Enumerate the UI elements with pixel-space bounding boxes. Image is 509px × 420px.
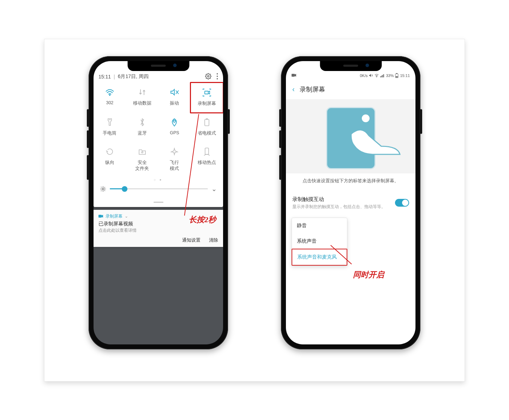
notif-subtitle: 点击此处以查看详情 [98, 227, 218, 233]
tile-label: GPS [160, 130, 190, 135]
notif-title: 已录制屏幕视频 [98, 221, 218, 227]
tile-label: 振动 [160, 100, 190, 106]
status-time: 15:11 [98, 74, 111, 79]
tile-label: 蓝牙 [127, 130, 157, 136]
tile-label: 省电模式 [192, 130, 222, 136]
more-icon[interactable] [216, 73, 218, 81]
setting-touch-interaction[interactable]: 录制触摸互动 显示并录制您的触摸互动，包括点击、拖动等等。 [286, 192, 415, 214]
svg-rect-12 [292, 74, 295, 77]
svg-rect-20 [396, 73, 397, 74]
quick-settings-panel: 15:11 | 6月17日, 周四 [94, 61, 223, 207]
battery-icon [395, 73, 399, 78]
tutorial-canvas: 15:11 | 6月17日, 周四 [44, 39, 465, 381]
notification-card[interactable]: 录制屏幕 ⌄ 已录制屏幕视频 点击此处以查看详情 通知设置 清除 [94, 210, 223, 247]
toggle-switch[interactable] [395, 199, 409, 207]
page-indicator: ○ ● [94, 177, 223, 183]
gear-icon[interactable] [205, 73, 211, 81]
svg-rect-16 [382, 75, 383, 77]
tile-label: 手电筒 [95, 130, 125, 136]
tile-wifi[interactable]: 302 [94, 83, 126, 113]
tile-gps[interactable]: GPS [158, 113, 191, 142]
tile-label: 302 [95, 100, 125, 105]
annotation-right: 同时开启 [353, 270, 384, 280]
tile-label: 飞行 模式 [160, 160, 190, 172]
status-battery-pct: 33% [386, 73, 394, 78]
status-bar: 0K/s 33% 15:11 [286, 72, 415, 79]
illustration [286, 99, 415, 173]
tile-label: 纵向 [95, 160, 125, 166]
popup-option-system[interactable]: 系统声音 [292, 233, 347, 249]
svg-rect-15 [381, 76, 382, 77]
popup-option-system-mic[interactable]: 系统声音和麦克风 [292, 249, 347, 266]
brightness-icon [100, 186, 106, 192]
tile-label: 移动热点 [192, 160, 222, 166]
tile-record-screen[interactable]: 录制屏幕 [190, 82, 223, 113]
status-clock: 15:11 [400, 73, 410, 78]
wifi-icon [375, 74, 379, 77]
tile-secure-folder[interactable]: 安全 文件夹 [126, 142, 158, 177]
svg-point-4 [109, 94, 110, 95]
svg-rect-7 [205, 119, 209, 126]
tile-vibrate[interactable]: 振动 [158, 83, 191, 113]
notif-clear-button[interactable]: 清除 [209, 237, 218, 243]
svg-point-2 [217, 76, 218, 77]
svg-rect-9 [205, 148, 209, 154]
drag-handle[interactable] [94, 198, 223, 207]
tile-flashlight[interactable]: 手电筒 [94, 113, 126, 142]
setting-title: 录制触摸互动 [292, 196, 385, 203]
svg-point-1 [217, 73, 218, 74]
svg-rect-11 [98, 215, 102, 218]
tile-airplane[interactable]: 飞行 模式 [158, 142, 191, 177]
chevron-down-icon[interactable]: ⌄ [211, 185, 217, 193]
svg-rect-5 [205, 91, 208, 94]
tile-bluetooth[interactable]: 蓝牙 [126, 113, 158, 142]
svg-rect-17 [383, 74, 384, 77]
tile-label: 录制屏幕 [192, 101, 221, 107]
svg-rect-14 [380, 76, 381, 77]
phone-mock-right: 0K/s 33% 15:11 ‹ 录制屏幕 [281, 56, 420, 349]
svg-point-8 [142, 152, 143, 153]
status-speed: 0K/s [360, 73, 367, 78]
page-title: 录制屏幕 [300, 85, 325, 94]
svg-point-3 [217, 78, 218, 79]
svg-point-10 [102, 188, 104, 190]
record-icon [292, 73, 297, 78]
notif-app-name: 录制屏幕 [106, 213, 122, 219]
svg-point-6 [173, 120, 175, 122]
tile-battery-saver[interactable]: 省电模式 [191, 113, 223, 142]
back-icon[interactable]: ‹ [292, 85, 295, 93]
mute-icon [369, 73, 373, 77]
record-icon [98, 214, 103, 218]
tile-portrait[interactable]: 纵向 [94, 142, 126, 177]
tile-label: 移动数据 [127, 100, 157, 106]
qs-tile-grid: 302 移动数据 振动 录制屏幕 [94, 83, 223, 177]
tile-mobile-data[interactable]: 移动数据 [126, 83, 158, 113]
signal-icon [380, 74, 384, 77]
setting-desc: 显示并录制您的触摸互动，包括点击、拖动等等。 [292, 204, 385, 210]
notif-settings-button[interactable]: 通知设置 [182, 237, 200, 243]
audio-source-popup: 静音 系统声音 系统声音和麦克风 [292, 218, 347, 266]
svg-point-13 [376, 76, 377, 77]
hint-text: 点击快速设置按钮下方的标签来选择录制屏幕。 [286, 173, 415, 192]
tile-label: 安全 文件夹 [127, 160, 157, 172]
status-date: 6月17日, 周四 [118, 73, 149, 80]
tile-hotspot[interactable]: 移动热点 [191, 142, 223, 177]
popup-option-mute[interactable]: 静音 [292, 218, 347, 233]
svg-point-0 [208, 75, 209, 77]
hand-icon [348, 127, 401, 155]
brightness-slider[interactable]: ⌄ [94, 183, 223, 198]
svg-rect-19 [396, 76, 398, 77]
phone-mock-left: 15:11 | 6月17日, 周四 [89, 56, 228, 349]
